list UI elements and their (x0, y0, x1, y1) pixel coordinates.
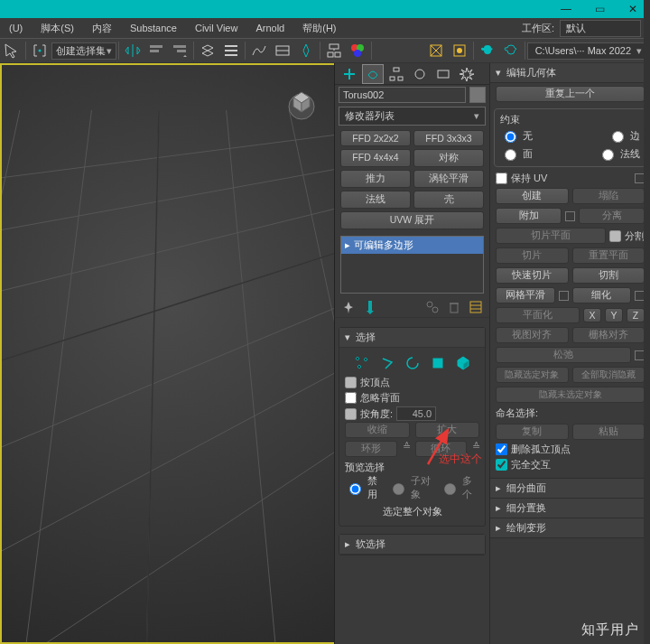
grid-align-button[interactable]: 栅格对齐 (572, 327, 645, 343)
workspace-dropdown[interactable]: 默认 (560, 20, 641, 37)
modifier-button[interactable]: 涡轮平滑 (413, 170, 484, 188)
material-editor-icon[interactable] (346, 39, 369, 62)
by-angle-checkbox[interactable] (345, 408, 357, 420)
hide-unselected-button[interactable]: 隐藏未选定对象 (496, 387, 645, 403)
pin-stack-icon[interactable] (340, 299, 357, 315)
rollout-header[interactable]: 软选择 (339, 535, 485, 555)
preview-multi-radio[interactable]: 多个 (440, 474, 479, 501)
display-tab-icon[interactable] (432, 64, 454, 84)
modifier-button[interactable]: 壳 (413, 191, 484, 209)
edit-geometry-header[interactable]: 编辑几何体 (490, 63, 650, 83)
curve-editor-icon[interactable] (247, 39, 271, 62)
dope-sheet-icon[interactable] (271, 39, 294, 62)
copy-button[interactable]: 复制 (496, 424, 569, 440)
make-unique-icon[interactable] (424, 299, 441, 315)
make-planar-button[interactable]: 平面化 (496, 307, 580, 323)
maximize-button[interactable]: ▭ (595, 3, 605, 15)
tessellate-button[interactable]: 细化 (572, 287, 632, 303)
align-dropdown-icon[interactable] (168, 39, 191, 62)
paste-button[interactable]: 粘贴 (572, 424, 645, 440)
by-vertex-checkbox[interactable]: 按顶点 (345, 375, 479, 390)
modifier-button[interactable]: 对称 (413, 149, 484, 167)
ring-button[interactable]: 环形 (345, 441, 397, 457)
modifier-button[interactable]: UVW 展开 (340, 211, 484, 229)
modifier-stack[interactable]: 可编辑多边形 (340, 236, 484, 294)
teapot-icon[interactable] (476, 39, 499, 62)
layers-icon[interactable] (196, 39, 219, 62)
object-name-input[interactable]: Torus002 (339, 87, 466, 103)
slice-button[interactable]: 切片 (496, 247, 569, 264)
split-checkbox[interactable] (609, 230, 621, 242)
planar-y-button[interactable]: Y (605, 308, 623, 322)
paint-deformation-header[interactable]: ▸绘制变形 (490, 518, 650, 538)
msmooth-button[interactable]: 网格平滑 (496, 287, 555, 303)
modifier-button[interactable]: FFD 3x3x3 (413, 130, 484, 146)
create-tab-icon[interactable] (339, 64, 360, 84)
border-level-icon[interactable] (404, 355, 421, 371)
reset-plane-button[interactable]: 重置平面 (572, 247, 645, 264)
attach-button[interactable]: 附加 (496, 208, 562, 224)
render-frame-icon[interactable] (448, 39, 471, 62)
modifier-list-dropdown[interactable]: 修改器列表 (339, 107, 486, 126)
shrink-button[interactable]: 收缩 (345, 422, 410, 438)
show-end-result-icon[interactable] (362, 299, 378, 315)
hierarchy-tab-icon[interactable] (385, 64, 407, 84)
camera-nav-icon[interactable] (294, 39, 318, 62)
constrain-none-radio[interactable]: 无 (500, 128, 533, 143)
menu-item[interactable]: Civil View (186, 18, 246, 38)
modifier-button[interactable]: 法线 (340, 191, 411, 209)
minimize-button[interactable]: — (561, 3, 571, 15)
remove-modifier-icon[interactable] (446, 299, 462, 315)
brackets-icon[interactable] (28, 39, 51, 62)
edge-level-icon[interactable] (379, 355, 395, 371)
stack-item-editable-poly[interactable]: 可编辑多边形 (341, 237, 483, 254)
modifier-button[interactable]: FFD 4x4x4 (340, 149, 411, 167)
layer-list-icon[interactable] (219, 39, 243, 62)
render-setup-icon[interactable] (424, 39, 448, 62)
mirror-icon[interactable] (121, 39, 144, 62)
menu-item[interactable]: Substance (121, 18, 186, 38)
file-path-dropdown[interactable]: C:\Users\··· Max 2022 (527, 42, 650, 60)
menu-item[interactable]: Arnold (246, 18, 293, 38)
polygon-level-icon[interactable] (430, 355, 446, 371)
selection-set-dropdown[interactable]: 创建选择集 (51, 42, 116, 60)
ignore-backfacing-checkbox[interactable]: 忽略背面 (345, 390, 479, 406)
element-level-icon[interactable] (455, 355, 471, 371)
preview-subobj-radio[interactable]: 子对象 (388, 474, 437, 501)
close-button[interactable]: ✕ (628, 3, 637, 15)
select-icon[interactable] (0, 39, 23, 62)
viewport[interactable] (0, 63, 334, 644)
grow-button[interactable]: 扩大 (415, 422, 480, 438)
vertex-level-icon[interactable] (354, 355, 370, 371)
menu-item[interactable]: (U) (0, 18, 32, 38)
angle-spinner[interactable]: 45.0 (396, 406, 436, 421)
cut-button[interactable]: 切割 (572, 267, 645, 284)
quickslice-button[interactable]: 快速切片 (496, 267, 569, 284)
planar-x-button[interactable]: X (583, 308, 601, 322)
modify-tab-icon[interactable] (362, 64, 384, 84)
menu-item[interactable]: 内容 (83, 18, 121, 38)
attach-list-icon[interactable] (565, 211, 575, 221)
teapot-alt-icon[interactable] (499, 39, 523, 62)
create-button[interactable]: 创建 (496, 188, 569, 204)
remove-iso-checkbox[interactable]: 删除孤立顶点 (496, 442, 645, 457)
constrain-face-radio[interactable]: 面 (500, 146, 533, 161)
collapse-button[interactable]: 塌陷 (572, 188, 645, 204)
subdivision-surface-header[interactable]: ▸细分曲面 (490, 478, 650, 499)
configure-sets-icon[interactable] (468, 299, 484, 315)
motion-tab-icon[interactable] (409, 64, 431, 84)
viewcube-icon[interactable] (282, 81, 321, 121)
constrain-edge-radio[interactable]: 边 (608, 128, 640, 143)
planar-z-button[interactable]: Z (627, 308, 645, 322)
repeat-last-button[interactable]: 重复上一个 (496, 86, 645, 102)
loop-button[interactable]: 循环 (415, 441, 468, 457)
rollout-header[interactable]: 选择 (339, 328, 485, 348)
preserve-uv-checkbox[interactable]: 保持 UV (496, 171, 645, 186)
constrain-normal-radio[interactable]: 法线 (598, 146, 640, 161)
schematic-icon[interactable] (322, 39, 346, 62)
preview-disable-radio[interactable]: 禁用 (345, 474, 385, 501)
menu-item[interactable]: 脚本(S) (32, 18, 83, 38)
view-align-button[interactable]: 视图对齐 (496, 327, 569, 343)
slice-plane-button[interactable]: 切片平面 (496, 228, 606, 244)
subdivision-displacement-header[interactable]: ▸细分置换 (490, 499, 650, 518)
